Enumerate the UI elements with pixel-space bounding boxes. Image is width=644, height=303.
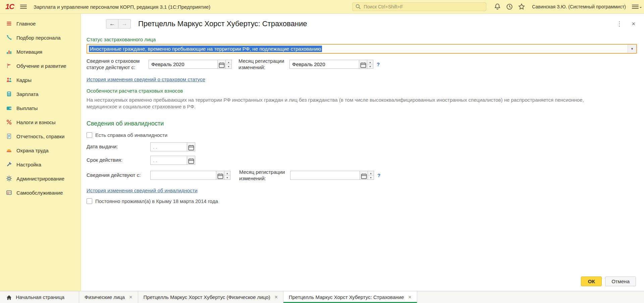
- sections-sidebar: Главное Подбор персонала Мотивация Обуче…: [0, 14, 81, 291]
- disability-valid-from-label: Сведения действуют с:: [87, 172, 150, 179]
- help-icon[interactable]: ?: [377, 61, 380, 67]
- spinner-down-icon[interactable]: ▼: [368, 175, 374, 180]
- sidebar-item-label: Настройка: [16, 162, 41, 167]
- close-tab-icon[interactable]: ×: [408, 295, 411, 300]
- sidebar-item-label: Зарплата: [16, 91, 39, 97]
- close-tab-icon[interactable]: ×: [275, 295, 278, 300]
- spinner-up-icon[interactable]: ▲: [226, 60, 231, 64]
- search-icon: [355, 4, 361, 10]
- spinner-up-icon[interactable]: ▲: [368, 171, 374, 175]
- sidebar-item-label: Мотивация: [16, 49, 42, 55]
- registration-month-field[interactable]: Февраль 2020: [289, 60, 359, 69]
- report-icon: [6, 133, 12, 139]
- close-tab-icon[interactable]: ×: [129, 295, 132, 300]
- sidebar-item-label: Обучение и развитие: [16, 63, 66, 69]
- disability-valid-from-field[interactable]: [150, 171, 216, 180]
- sidebar-item-reports[interactable]: Отчетность, справки: [0, 129, 80, 143]
- sidebar-item-payments[interactable]: Выплаты: [0, 101, 80, 115]
- calendar-icon: [360, 62, 366, 66]
- form-footer: ОК Отмена: [81, 276, 644, 291]
- home-page-tab[interactable]: Начальная страница: [0, 291, 79, 303]
- history-icon[interactable]: [506, 3, 513, 10]
- date-spinner[interactable]: ▲▼: [367, 60, 373, 69]
- status-history-link[interactable]: История изменения сведений о страховом с…: [87, 77, 205, 82]
- date-spinner[interactable]: ▲▼: [224, 171, 230, 180]
- tab-label: Претцелль Маркус Хорст Хубертус (Физичес…: [144, 294, 270, 300]
- tab-person-insurance[interactable]: Претцелль Маркус Хорст Хубертус: Страхов…: [283, 291, 417, 303]
- spinner-down-icon[interactable]: ▼: [224, 175, 230, 180]
- sidebar-item-settings[interactable]: Настройка: [0, 157, 80, 171]
- calendar-button[interactable]: [360, 171, 368, 180]
- home-page-tab-label: Начальная страница: [16, 294, 64, 300]
- calendar-button[interactable]: [216, 171, 224, 180]
- cancel-button[interactable]: Отмена: [605, 276, 636, 286]
- insured-status-combobox[interactable]: Иностранные граждане, временно пребывающ…: [87, 44, 637, 54]
- sidebar-item-recruitment[interactable]: Подбор персонала: [0, 31, 80, 45]
- expiry-date-field[interactable]: . .: [150, 156, 187, 165]
- sidebar-item-main[interactable]: Главное: [0, 16, 80, 31]
- issue-date-label: Дата выдачи:: [87, 144, 150, 150]
- tab-individuals[interactable]: Физические лица ×: [79, 291, 138, 303]
- main-menu-button[interactable]: [20, 5, 27, 9]
- sidebar-item-self-service[interactable]: Самообслуживание: [0, 186, 80, 200]
- sidebar-item-label: Кадры: [16, 77, 32, 83]
- combobox-dropdown-button[interactable]: ▾: [628, 45, 636, 53]
- spinner-up-icon[interactable]: ▲: [367, 60, 373, 64]
- spinner-up-icon[interactable]: ▲: [224, 171, 230, 175]
- calendar-button[interactable]: [187, 142, 195, 151]
- sidebar-item-motivation[interactable]: Мотивация: [0, 45, 80, 59]
- disability-registration-month-label: Месяц регистрации изменений:: [239, 169, 290, 182]
- sidebar-item-administration[interactable]: Администрирование: [0, 171, 80, 186]
- date-spinner[interactable]: ▲▼: [226, 60, 232, 69]
- form-body: Статус застрахованного лица Иностранные …: [81, 31, 644, 276]
- open-windows-bar: Начальная страница Физические лица × Пре…: [0, 291, 644, 303]
- registration-month-label: Месяц регистрации изменений:: [238, 58, 289, 71]
- ok-button[interactable]: ОК: [581, 276, 602, 286]
- expiry-date-label: Срок действия:: [87, 157, 150, 163]
- top-bar: 1С Зарплата и управление персоналом КОРП…: [0, 0, 644, 14]
- date-spinner[interactable]: ▲▼: [368, 171, 374, 180]
- calendar-button[interactable]: [187, 156, 195, 165]
- issue-date-field[interactable]: . .: [150, 142, 187, 151]
- chevron-down-icon: ▾: [631, 47, 633, 51]
- insured-status-label: Статус застрахованного лица: [87, 37, 637, 42]
- notifications-bell-icon[interactable]: [494, 3, 501, 10]
- spinner-down-icon[interactable]: ▼: [226, 64, 231, 68]
- calendar-icon: [219, 62, 225, 66]
- favorites-star-icon[interactable]: [518, 3, 525, 10]
- sidebar-item-training[interactable]: Обучение и развитие: [0, 59, 80, 73]
- disability-registration-month-field[interactable]: [290, 171, 360, 180]
- calendar-icon: [217, 173, 223, 178]
- back-arrow-icon: ←: [109, 20, 115, 27]
- sidebar-item-staff[interactable]: Кадры: [0, 73, 80, 87]
- has-disability-certificate-label: Есть справка об инвалидности: [95, 132, 167, 138]
- global-search[interactable]: [352, 2, 486, 11]
- close-form-icon[interactable]: ×: [632, 21, 635, 27]
- search-input[interactable]: [364, 4, 483, 9]
- expiry-date-value: . .: [153, 157, 157, 163]
- help-icon[interactable]: ?: [377, 172, 380, 178]
- app-title: Зарплата и управление персоналом КОРП, р…: [34, 4, 210, 10]
- calendar-button[interactable]: [359, 60, 367, 69]
- sidebar-item-salary[interactable]: Зарплата: [0, 87, 80, 101]
- back-button[interactable]: ←: [106, 19, 118, 29]
- sidebar-item-taxes[interactable]: Налоги и взносы: [0, 115, 80, 129]
- more-menu-icon[interactable]: ⋮: [616, 21, 622, 27]
- registration-month-value: Февраль 2020: [292, 61, 325, 67]
- has-disability-certificate-checkbox[interactable]: [87, 132, 92, 138]
- disability-section-title: Сведения об инвалидности: [87, 120, 637, 127]
- sidebar-item-label: Отчетность, справки: [16, 134, 64, 139]
- disability-history-link[interactable]: История изменения сведений об инвалиднос…: [87, 188, 198, 193]
- spinner-down-icon[interactable]: ▼: [367, 64, 373, 68]
- sidebar-item-labor-safety[interactable]: Охрана труда: [0, 143, 80, 157]
- home-icon: [6, 20, 12, 27]
- crimea-residence-label: Постоянно проживал(а) в Крыму 18 марта 2…: [95, 198, 218, 204]
- service-menu-button[interactable]: [632, 5, 639, 9]
- calculator-icon: [6, 91, 12, 97]
- bar-chart-icon: [6, 49, 12, 55]
- tab-person-card[interactable]: Претцелль Маркус Хорст Хубертус (Физичес…: [138, 291, 283, 303]
- calendar-button[interactable]: [218, 60, 226, 69]
- crimea-residence-checkbox[interactable]: [87, 198, 92, 204]
- forward-button[interactable]: →: [118, 19, 131, 29]
- status-valid-from-field[interactable]: Февраль 2020: [149, 60, 218, 69]
